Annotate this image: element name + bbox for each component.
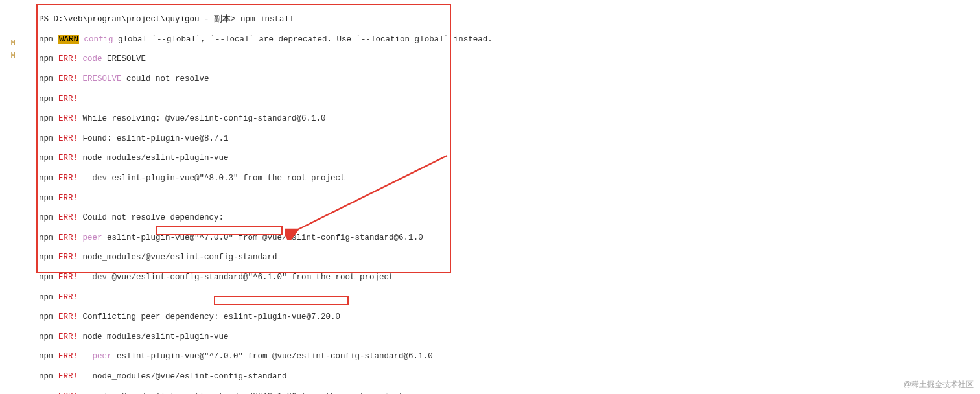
log-line: npm WARN config global `--global`, `--lo… (39, 35, 975, 45)
err-badge: ERR! (58, 54, 78, 64)
log-line: npm ERR! Found: eslint-plugin-vue@8.7.1 (39, 134, 975, 144)
gutter: M M (0, 39, 26, 65)
prompt-line: PS D:\veb\program\project\quyigou - 副本> … (39, 15, 975, 25)
log-line: npm ERR! Could not resolve dependency: (39, 213, 975, 223)
log-line: npm ERR! peer eslint-plugin-vue@"^7.0.0"… (39, 233, 975, 243)
terminal-output[interactable]: PS D:\veb\program\project\quyigou - 副本> … (39, 5, 975, 394)
log-line: npm ERR! node_modules/eslint-plugin-vue (39, 332, 975, 342)
gutter-mark: M (0, 52, 26, 65)
log-line: npm ERR! (39, 194, 975, 203)
log-line: npm ERR! node_modules/@vue/eslint-config… (39, 372, 975, 382)
warn-badge: WARN (58, 35, 79, 44)
log-line: npm ERR! ERESOLVE could not resolve (39, 75, 975, 84)
log-line: npm ERR! node_modules/eslint-plugin-vue (39, 154, 975, 163)
log-line: npm ERR! While resolving: @vue/eslint-co… (39, 114, 975, 124)
watermark-text: @稀土掘金技术社区 (904, 379, 974, 390)
log-line: npm ERR! Conflicting peer dependency: es… (39, 312, 975, 322)
log-line: npm ERR! dev @vue/eslint-config-standard… (39, 273, 975, 283)
log-line: npm ERR! dev eslint-plugin-vue@"^8.0.3" … (39, 174, 975, 183)
gutter-mark: M (0, 39, 26, 52)
log-line: npm ERR! code ERESOLVE (39, 54, 975, 64)
log-line: npm ERR! (39, 293, 975, 303)
log-line: npm ERR! peer eslint-plugin-vue@"^7.0.0"… (39, 352, 975, 362)
log-line: npm ERR! node_modules/@vue/eslint-config… (39, 253, 975, 262)
log-line: npm ERR! dev @vue/eslint-config-standard… (39, 392, 975, 394)
log-line: npm ERR! (39, 95, 975, 104)
